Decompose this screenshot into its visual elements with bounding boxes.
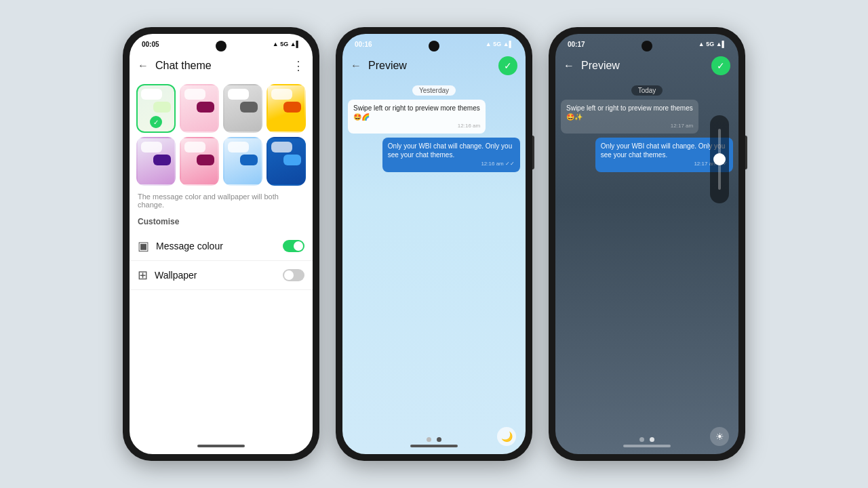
theme-item-3[interactable] — [267, 84, 306, 133]
phone-3-date-chip: Today — [631, 85, 663, 96]
phone-1-screen: 00:05 ▲ 5G ▲▌ ← Chat theme ⋮ ✓ — [130, 34, 313, 454]
phone-2-msg-in-time: 12:16 am — [353, 123, 480, 129]
phone-2-chat-area: Yesterday Swipe left or right to preview… — [342, 80, 526, 432]
phone-2-time: 00:16 — [355, 41, 372, 48]
phone-1-toolbar: ← Chat theme ⋮ — [130, 52, 313, 80]
phone-3-msg-in-time: 12:17 am — [566, 123, 693, 129]
phone-2: 00:16 ▲ 5G ▲▌ ← Preview ✓ Yesterday Swip… — [336, 27, 532, 461]
message-colour-row[interactable]: ▣ Message colour — [130, 232, 313, 261]
phone-3-notch — [642, 41, 652, 52]
toggle-knob — [294, 241, 303, 251]
phone-1-signal: ▲ 5G ▲▌ — [273, 41, 300, 47]
slider-thumb[interactable] — [713, 153, 726, 165]
more-options-button[interactable]: ⋮ — [292, 58, 304, 73]
description-text: The message color and wallpaper will bot… — [130, 190, 313, 214]
page-title: Chat theme — [155, 60, 285, 72]
phone-3-home-indicator — [623, 445, 671, 447]
phone-3-back-button[interactable]: ← — [564, 60, 574, 72]
selected-check: ✓ — [150, 116, 162, 128]
phone-2-home-indicator — [410, 445, 458, 447]
theme-item-6[interactable] — [223, 137, 262, 186]
phone-2-msg-in-text: Swipe left or right to preview more them… — [353, 104, 480, 121]
phone-3-time: 00:17 — [568, 41, 585, 48]
message-colour-label: Message colour — [156, 241, 276, 251]
phone-2-confirm-button[interactable]: ✓ — [498, 56, 517, 75]
phone-3-toolbar: ← Preview ✓ — [555, 52, 738, 80]
phone-3: 00:17 ▲ 5G ▲▌ ← Preview ✓ Today Swipe le… — [549, 27, 745, 461]
phone-3-msg-in: Swipe left or right to preview more them… — [561, 100, 698, 134]
theme-item-0[interactable]: ✓ — [136, 84, 176, 133]
phone-2-back-button[interactable]: ← — [351, 60, 361, 72]
dot-2 — [437, 437, 441, 442]
phone-2-msg-in: Swipe left or right to preview more them… — [348, 100, 486, 134]
phone-1: 00:05 ▲ 5G ▲▌ ← Chat theme ⋮ ✓ — [123, 27, 319, 461]
phone-1-time: 00:05 — [142, 41, 159, 48]
slider-track — [718, 129, 721, 190]
phone-3-msg-out-text: Only your WBI chat will change. Only you… — [601, 142, 725, 159]
wallpaper-row[interactable]: ⊞ Wallpaper — [130, 261, 313, 290]
phone-2-date-chip: Yesterday — [412, 85, 456, 96]
theme-item-1[interactable] — [180, 84, 219, 133]
message-colour-icon: ▣ — [138, 239, 149, 253]
phone-3-title: Preview — [581, 60, 705, 72]
phone-3-screen: 00:17 ▲ 5G ▲▌ ← Preview ✓ Today Swipe le… — [555, 34, 738, 454]
phone-2-signal: ▲ 5G ▲▌ — [486, 41, 513, 47]
toggle-knob-2 — [284, 270, 294, 280]
phone-2-msg-out-text: Only your WBI chat will change. Only you… — [388, 142, 512, 159]
phone-2-msg-out-time: 12:16 am ✓✓ — [388, 161, 515, 167]
phone-3-dot-2 — [650, 437, 654, 442]
phone-2-notch — [429, 41, 439, 52]
wallpaper-label: Wallpaper — [155, 270, 276, 281]
theme-item-7[interactable] — [267, 137, 306, 186]
dark-mode-button[interactable]: 🌙 — [497, 427, 516, 446]
message-colour-toggle[interactable] — [283, 240, 304, 252]
brightness-slider[interactable] — [710, 115, 729, 203]
theme-item-2[interactable] — [223, 84, 262, 133]
phone-2-toolbar: ← Preview ✓ — [342, 52, 526, 80]
home-indicator — [197, 445, 245, 447]
phone-3-msg-out-time: 12:17 am ✓✓ — [601, 161, 728, 167]
phone-3-signal: ▲ 5G ▲▌ — [698, 41, 726, 47]
phone-1-notch — [216, 41, 226, 52]
phone-3-side-button — [745, 136, 747, 169]
light-mode-button[interactable]: ☀ — [710, 427, 729, 446]
wallpaper-icon: ⊞ — [138, 268, 148, 283]
phone-3-confirm-button[interactable]: ✓ — [711, 56, 730, 75]
back-button[interactable]: ← — [138, 60, 149, 72]
phone-2-screen: 00:16 ▲ 5G ▲▌ ← Preview ✓ Yesterday Swip… — [342, 34, 526, 454]
themes-grid: ✓ — [130, 80, 313, 190]
phone-2-msg-out: Only your WBI chat will change. Only you… — [382, 138, 520, 171]
phone-3-dot-1 — [639, 437, 644, 442]
theme-item-5[interactable] — [180, 137, 219, 186]
wallpaper-toggle[interactable] — [283, 269, 304, 281]
side-button — [532, 136, 534, 169]
theme-item-4[interactable] — [136, 137, 176, 186]
phone-3-msg-in-text: Swipe left or right to preview more them… — [566, 104, 693, 121]
phone-2-title: Preview — [368, 60, 492, 72]
customise-label: Customise — [130, 214, 313, 232]
dot-1 — [427, 437, 431, 442]
